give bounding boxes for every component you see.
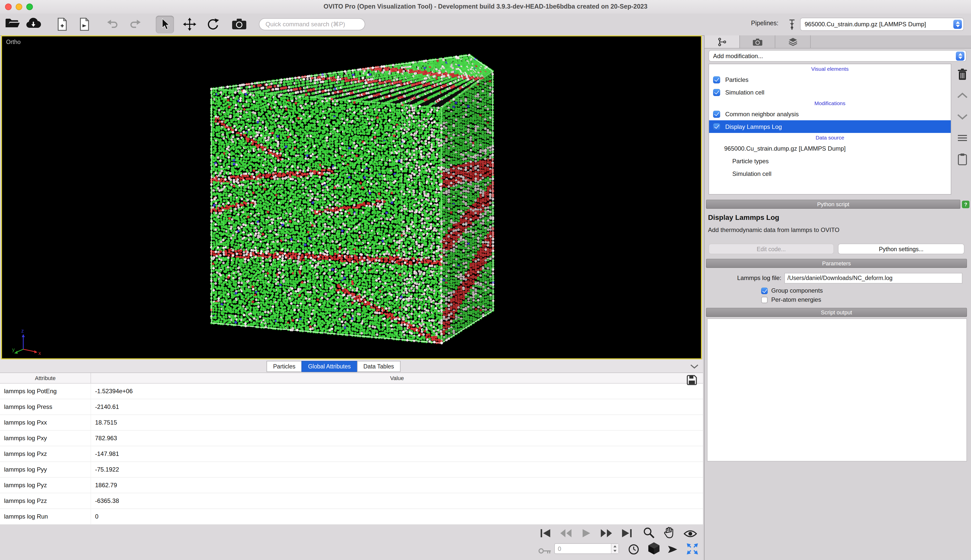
tab-render[interactable] xyxy=(740,35,775,48)
play-reverse-button[interactable] xyxy=(557,527,575,540)
viewport-type-label[interactable]: Ortho xyxy=(6,39,21,45)
undo-button[interactable] xyxy=(106,18,119,30)
window-titlebar: OVITO Pro (Open Visualization Tool) - De… xyxy=(0,0,971,13)
pipeline-item[interactable]: Particles xyxy=(709,73,951,86)
move-mode-button[interactable] xyxy=(183,18,196,31)
pipeline-menu-button[interactable] xyxy=(954,127,971,148)
cube-icon xyxy=(648,542,660,555)
move-modifier-down-button[interactable] xyxy=(954,106,971,127)
item-enabled-checkbox[interactable] xyxy=(713,110,720,118)
animation-settings-button[interactable] xyxy=(625,543,642,556)
help-button[interactable]: ? xyxy=(962,200,969,208)
pipeline-item[interactable]: 965000.Cu_strain.dump.gz [LAMMPS Dump] xyxy=(709,142,951,155)
quick-command-search-input[interactable] xyxy=(259,18,365,30)
redo-button[interactable] xyxy=(129,18,142,30)
pipeline-item[interactable]: Display Lammps Log xyxy=(709,120,951,133)
play-button[interactable] xyxy=(578,527,595,540)
render-button[interactable] xyxy=(232,18,247,30)
move-modifier-up-button[interactable] xyxy=(954,85,971,106)
pipeline-item[interactable]: Simulation cell xyxy=(709,86,951,98)
pipeline-glyph-icon xyxy=(789,19,795,31)
animation-key-button[interactable] xyxy=(536,544,553,557)
value-cell: -147.981 xyxy=(91,446,703,462)
attribute-cell: lammps log Pxy xyxy=(0,431,91,446)
pipeline-action-strip xyxy=(954,64,971,170)
viewport-canvas[interactable] xyxy=(2,37,701,358)
cloud-download-icon xyxy=(25,18,42,29)
python-settings-button[interactable]: Python settings... xyxy=(838,243,964,254)
skip-start-icon xyxy=(539,528,552,538)
pan-tool-button[interactable] xyxy=(660,526,678,539)
select-mode-button[interactable] xyxy=(159,18,170,31)
fast-forward-icon xyxy=(600,528,613,538)
list-lines-icon xyxy=(958,134,968,142)
checkbox-label: Per-atom energies xyxy=(771,296,821,303)
table-row[interactable]: lammps log Pxz-147.981 xyxy=(0,446,703,462)
open-file-button[interactable] xyxy=(5,18,20,29)
tab-pipeline[interactable] xyxy=(704,35,740,48)
table-row[interactable]: lammps log Pxx18.7515 xyxy=(0,415,703,431)
item-enabled-checkbox[interactable] xyxy=(713,123,720,130)
column-header-attribute: Attribute xyxy=(0,373,91,383)
add-modification-dropdown[interactable]: Add modification... xyxy=(709,50,966,62)
item-enabled-checkbox[interactable] xyxy=(713,89,720,96)
current-frame-spinner[interactable] xyxy=(554,543,619,554)
chevron-down-icon xyxy=(957,113,968,120)
log-file-input[interactable]: /Users/daniel/Downloads/NC_deform.log xyxy=(784,273,963,283)
maximize-viewport-button[interactable] xyxy=(684,542,701,555)
checkbox[interactable] xyxy=(761,297,768,303)
tab-data-tables[interactable]: Data Tables xyxy=(357,361,401,372)
table-row[interactable]: lammps log Run0 xyxy=(0,509,703,525)
tab-particles[interactable]: Particles xyxy=(267,361,302,372)
render-preview-button[interactable] xyxy=(665,543,682,556)
rotate-mode-button[interactable] xyxy=(206,18,219,31)
zoom-tool-button[interactable] xyxy=(640,526,657,539)
parameter-checkbox-row[interactable]: Per-atom energies xyxy=(761,295,823,304)
table-row[interactable]: lammps log Pyz1862.79 xyxy=(0,478,703,493)
import-remote-file-button[interactable] xyxy=(25,18,42,29)
parameters-header: Parameters xyxy=(706,259,967,268)
pipeline-item-label: Display Lammps Log xyxy=(725,123,782,130)
table-row[interactable]: lammps log Press-2140.61 xyxy=(0,399,703,415)
value-cell: 782.963 xyxy=(91,431,703,446)
undo-icon xyxy=(106,18,119,30)
current-frame-input[interactable] xyxy=(555,544,611,553)
edit-code-button[interactable]: Edit code... xyxy=(709,243,834,254)
data-inspector: Particles Global Attributes Data Tables … xyxy=(0,359,703,560)
expand-arrows-icon xyxy=(686,543,699,555)
pipeline-selector[interactable]: 965000.Cu_strain.dump.gz [LAMMPS Dump] xyxy=(800,18,964,31)
skip-end-icon xyxy=(620,528,633,538)
table-row[interactable]: lammps log Pzz-6365.38 xyxy=(0,493,703,509)
pipeline-item[interactable]: Simulation cell xyxy=(709,167,951,180)
item-enabled-checkbox[interactable] xyxy=(713,76,720,83)
play-forward-button[interactable] xyxy=(598,527,615,540)
parameter-checkbox-row[interactable]: Group components xyxy=(761,286,823,295)
collapse-inspector-button[interactable] xyxy=(690,362,699,372)
export-table-button[interactable] xyxy=(687,375,697,387)
tab-overlays[interactable] xyxy=(775,35,811,48)
preview-region-button[interactable] xyxy=(645,542,662,555)
python-script-header: Python script xyxy=(706,200,960,209)
delete-modifier-button[interactable] xyxy=(954,64,971,85)
clone-pipeline-button[interactable] xyxy=(79,18,90,31)
pipeline-item[interactable]: Particle types xyxy=(709,155,951,167)
camera-icon xyxy=(752,38,762,46)
spinner-updown-icon[interactable] xyxy=(611,544,618,553)
save-state-button[interactable] xyxy=(57,18,68,31)
pipeline-item-label: 965000.Cu_strain.dump.gz [LAMMPS Dump] xyxy=(724,145,846,152)
tab-global-attributes[interactable]: Global Attributes xyxy=(301,361,357,372)
table-row[interactable]: lammps log Pxy782.963 xyxy=(0,431,703,446)
orientation-axes: z x y xyxy=(12,326,43,356)
pipeline-section-header: Visual elements xyxy=(709,64,951,73)
rotate-icon xyxy=(206,18,219,31)
table-header: Attribute Value xyxy=(0,373,703,383)
axis-z-label: z xyxy=(21,328,24,333)
pipeline-item[interactable]: Common neighbor analysis xyxy=(709,108,951,120)
copy-pipeline-button[interactable] xyxy=(954,148,971,170)
first-frame-button[interactable] xyxy=(537,527,554,540)
table-row[interactable]: lammps log PotEng-1.52394e+06 xyxy=(0,383,703,399)
table-row[interactable]: lammps log Pyy-75.1922 xyxy=(0,462,703,478)
orbit-tool-button[interactable] xyxy=(682,527,699,540)
last-frame-button[interactable] xyxy=(618,527,635,540)
checkbox[interactable] xyxy=(761,287,768,294)
